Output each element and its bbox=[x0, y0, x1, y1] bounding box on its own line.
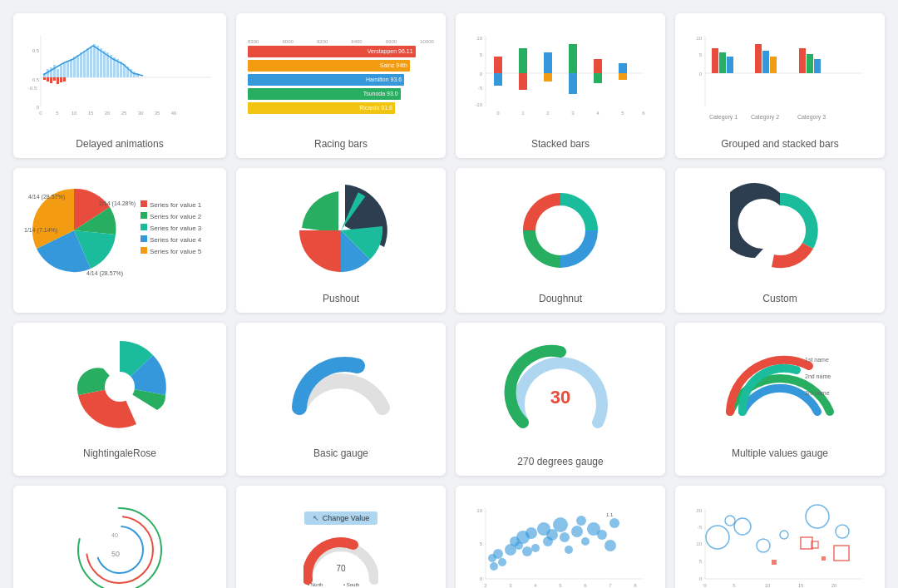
card-basic-gauge[interactable]: Basic gauge bbox=[236, 323, 446, 476]
svg-rect-21 bbox=[67, 61, 69, 77]
svg-text:2nd name: 2nd name bbox=[805, 373, 831, 379]
svg-text:2: 2 bbox=[546, 111, 550, 116]
svg-rect-27 bbox=[86, 48, 89, 77]
svg-text:6: 6 bbox=[584, 583, 587, 588]
card-custom[interactable]: Custom bbox=[675, 168, 885, 313]
svg-text:Category 3: Category 3 bbox=[797, 114, 826, 121]
svg-rect-179 bbox=[801, 537, 812, 549]
svg-text:10: 10 bbox=[476, 36, 482, 41]
svg-text:40: 40 bbox=[111, 532, 118, 538]
svg-text:10: 10 bbox=[696, 36, 702, 41]
svg-rect-60 bbox=[494, 73, 502, 86]
chart-stacked-bars: 10 5 0 -5 -10 bbox=[462, 23, 659, 131]
svg-text:8: 8 bbox=[634, 583, 637, 588]
svg-rect-22 bbox=[70, 59, 72, 77]
card-doughnut[interactable]: Doughnut bbox=[456, 168, 665, 313]
chart-racing-bars: 8300900092009400960010000 Verstappen 96.… bbox=[243, 23, 439, 131]
svg-rect-30 bbox=[96, 46, 99, 77]
chart-bubbles: 20 10 0 5 0 5 10 15 20 -5 bbox=[682, 496, 878, 588]
svg-point-175 bbox=[725, 516, 735, 526]
svg-point-115 bbox=[78, 508, 161, 588]
card-pushout[interactable]: Pushout bbox=[236, 168, 446, 313]
chart-custom bbox=[682, 178, 878, 286]
svg-text:3rd name: 3rd name bbox=[805, 390, 830, 396]
svg-point-145 bbox=[531, 544, 540, 552]
svg-text:10: 10 bbox=[72, 111, 77, 116]
svg-text:20: 20 bbox=[831, 583, 837, 588]
svg-text:5: 5 bbox=[56, 111, 59, 116]
svg-text:1.1: 1.1 bbox=[606, 512, 614, 517]
svg-text:4/14 (28.57%): 4/14 (28.57%) bbox=[86, 270, 123, 277]
card-nightingale-rose[interactable]: NightingaleRose bbox=[13, 323, 226, 476]
svg-rect-91 bbox=[799, 48, 806, 73]
svg-text:30: 30 bbox=[550, 387, 570, 408]
svg-text:5: 5 bbox=[480, 541, 483, 546]
card-racing-bars[interactable]: 8300900092009400960010000 Verstappen 96.… bbox=[236, 13, 446, 158]
svg-rect-99 bbox=[141, 200, 147, 207]
svg-text:2: 2 bbox=[484, 583, 487, 588]
svg-text:1: 1 bbox=[521, 111, 525, 116]
card-multi-gauge[interactable]: 1st name 2nd name 3rd name Multiple valu… bbox=[675, 323, 885, 476]
chart-nightingale-rose bbox=[20, 333, 220, 441]
svg-text:30: 30 bbox=[138, 111, 144, 116]
chart-multi-gauge: 1st name 2nd name 3rd name bbox=[682, 333, 878, 441]
svg-rect-18 bbox=[57, 69, 59, 77]
svg-point-151 bbox=[565, 546, 573, 554]
chart-pushout bbox=[243, 178, 439, 286]
svg-text:Category 2: Category 2 bbox=[751, 114, 779, 121]
svg-text:35: 35 bbox=[155, 111, 160, 116]
svg-rect-85 bbox=[727, 57, 733, 73]
svg-text:5: 5 bbox=[621, 111, 624, 116]
svg-rect-65 bbox=[569, 44, 577, 73]
svg-point-152 bbox=[571, 526, 583, 537]
svg-rect-68 bbox=[594, 73, 602, 83]
card-auto-updates[interactable]: ↖ Change Value 70 • North • South Auto u… bbox=[236, 486, 446, 588]
svg-rect-93 bbox=[814, 59, 821, 73]
svg-point-137 bbox=[493, 549, 503, 559]
svg-point-156 bbox=[597, 530, 607, 540]
svg-text:-10: -10 bbox=[475, 102, 482, 107]
svg-rect-46 bbox=[53, 77, 56, 81]
card-bubbles[interactable]: 20 10 0 5 0 5 10 15 20 -5 bbox=[675, 486, 885, 588]
card-delayed-animations[interactable]: 0 0.5 0 5 10 15 20 25 30 35 40 0.5 bbox=[13, 13, 226, 158]
card-pie-legend[interactable]: 4/14 (28.57%) 1/14 (7.14%) 4/14 (28.57%)… bbox=[13, 168, 226, 313]
svg-text:0: 0 bbox=[699, 72, 703, 77]
card-basic-scatter[interactable]: 10 5 0 2 3 4 5 6 7 8 bbox=[456, 486, 665, 588]
svg-text:Series for value 5: Series for value 5 bbox=[150, 248, 202, 255]
svg-text:7: 7 bbox=[609, 583, 612, 588]
svg-rect-47 bbox=[57, 77, 59, 84]
svg-rect-43 bbox=[43, 77, 46, 80]
svg-rect-101 bbox=[141, 212, 147, 219]
svg-rect-70 bbox=[619, 73, 627, 80]
card-label-delayed-animations: Delayed animations bbox=[76, 138, 163, 150]
svg-rect-61 bbox=[519, 48, 527, 73]
chart-auto-updates: ↖ Change Value 70 • North • South bbox=[243, 496, 439, 588]
card-label-grouped-stacked-bars: Grouped and stacked bars bbox=[721, 138, 838, 150]
svg-rect-87 bbox=[755, 44, 762, 73]
svg-rect-107 bbox=[141, 247, 147, 254]
card-label-stacked-bars: Stacked bars bbox=[531, 138, 590, 150]
svg-text:2/14 (14.28%): 2/14 (14.28%) bbox=[99, 200, 136, 207]
svg-rect-20 bbox=[63, 63, 66, 77]
svg-rect-32 bbox=[103, 51, 106, 77]
svg-text:5: 5 bbox=[699, 52, 703, 57]
svg-rect-31 bbox=[100, 48, 102, 77]
card-slim-gauge[interactable]: 40 50 Slim gauge bbox=[13, 486, 226, 588]
svg-text:10: 10 bbox=[765, 583, 771, 588]
card-grouped-stacked-bars[interactable]: 10 5 0 Category 1 Category 2 Category 3 bbox=[675, 13, 885, 158]
svg-rect-41 bbox=[133, 72, 136, 77]
svg-rect-84 bbox=[719, 52, 726, 73]
svg-point-158 bbox=[609, 518, 619, 528]
svg-rect-19 bbox=[60, 66, 62, 77]
svg-point-172 bbox=[706, 526, 729, 549]
svg-rect-182 bbox=[822, 556, 826, 561]
card-stacked-bars[interactable]: 10 5 0 -5 -10 bbox=[456, 13, 665, 158]
card-270-gauge[interactable]: 30 270 degrees gauge bbox=[456, 323, 665, 476]
svg-rect-88 bbox=[762, 51, 769, 73]
svg-point-157 bbox=[604, 540, 616, 551]
svg-text:0: 0 bbox=[39, 111, 42, 116]
svg-text:0: 0 bbox=[480, 576, 483, 581]
svg-rect-181 bbox=[772, 560, 777, 565]
svg-point-150 bbox=[560, 532, 570, 542]
svg-text:40: 40 bbox=[171, 111, 177, 116]
